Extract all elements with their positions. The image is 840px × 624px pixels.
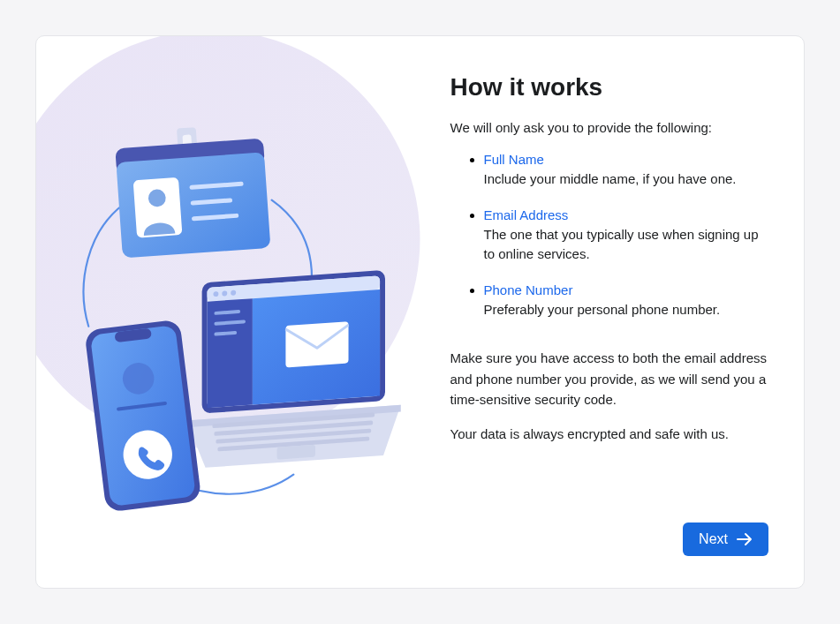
onboarding-card: How it works We will only ask you to pro… bbox=[35, 35, 805, 589]
devices-illustration-icon bbox=[36, 36, 420, 588]
list-item: Email Address The one that you typically… bbox=[484, 207, 769, 265]
safety-text: Your data is always encrypted and safe w… bbox=[450, 424, 769, 444]
list-item: Phone Number Preferably your personal ph… bbox=[484, 282, 769, 320]
arrow-right-icon bbox=[737, 532, 753, 546]
intro-text: We will only ask you to provide the foll… bbox=[450, 117, 769, 138]
note-text: Make sure you have access to both the em… bbox=[450, 348, 769, 410]
item-desc: Include your middle name, if you have on… bbox=[484, 169, 769, 190]
item-desc: Preferably your personal phone number. bbox=[484, 300, 769, 320]
item-desc: The one that you typically use when sign… bbox=[484, 225, 769, 265]
svg-rect-25 bbox=[208, 298, 253, 408]
svg-rect-30 bbox=[285, 321, 348, 367]
item-label-phone[interactable]: Phone Number bbox=[484, 282, 573, 297]
page-title: How it works bbox=[450, 73, 769, 101]
item-label-full-name[interactable]: Full Name bbox=[484, 152, 544, 167]
footer: Next bbox=[450, 523, 769, 556]
item-label-email[interactable]: Email Address bbox=[484, 207, 569, 222]
illustration-panel bbox=[36, 36, 420, 588]
requirements-list: Full Name Include your middle name, if y… bbox=[450, 152, 769, 332]
next-button[interactable]: Next bbox=[683, 523, 768, 556]
content-panel: How it works We will only ask you to pro… bbox=[420, 36, 805, 588]
next-button-label: Next bbox=[699, 531, 728, 547]
list-item: Full Name Include your middle name, if y… bbox=[484, 152, 769, 190]
